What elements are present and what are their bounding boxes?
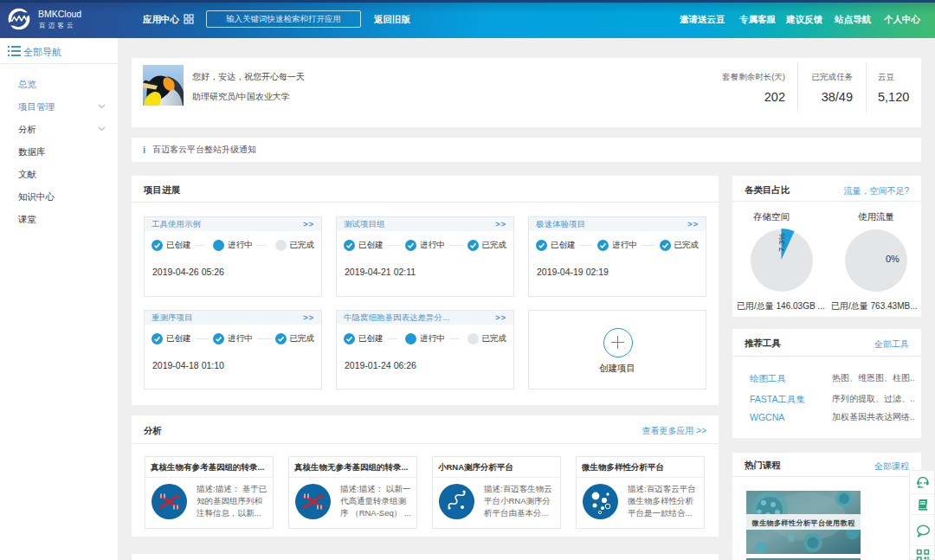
- svg-text:微生物多样性分析平台使用教程: 微生物多样性分析平台使用教程: [751, 518, 855, 527]
